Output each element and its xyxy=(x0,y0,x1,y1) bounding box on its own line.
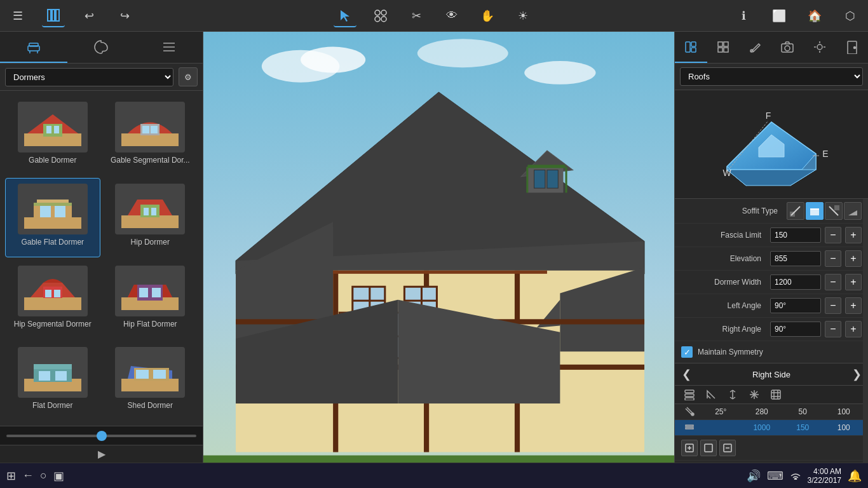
elevation-increase[interactable]: + xyxy=(845,250,862,267)
right-panel-tabs xyxy=(675,32,868,64)
settings-row-button[interactable] xyxy=(700,440,717,456)
row-angle: 25° xyxy=(702,407,740,416)
svg-rect-33 xyxy=(144,208,149,215)
svg-rect-0 xyxy=(48,10,51,21)
hand-icon[interactable]: ✋ xyxy=(476,4,499,27)
category-dropdown[interactable]: Dormers Roofs Walls Floors xyxy=(5,68,173,86)
shed-dormer-item[interactable]: Shed Dormer xyxy=(103,341,198,421)
hip-dormer-thumb xyxy=(115,184,185,234)
speaker-icon[interactable]: 🔊 xyxy=(747,469,761,483)
screen-icon[interactable]: ⬜ xyxy=(768,4,790,27)
camera-properties-tab[interactable] xyxy=(771,32,804,63)
paint-properties-tab[interactable] xyxy=(739,32,771,63)
fascia-limit-input[interactable] xyxy=(770,227,821,243)
redo-icon[interactable]: ↪ xyxy=(113,4,136,27)
soffit-flat-button[interactable] xyxy=(806,202,824,220)
viewport-canvas[interactable] xyxy=(203,32,674,463)
flat-dormer-item[interactable]: Flat Dormer xyxy=(5,341,100,421)
dormer-width-decrease[interactable]: − xyxy=(825,274,841,290)
cut-icon[interactable]: ✂ xyxy=(405,4,428,27)
soffit-eave-button[interactable] xyxy=(844,202,862,220)
elevation-decrease[interactable]: − xyxy=(825,250,841,267)
settings-button[interactable]: ⚙ xyxy=(179,67,198,86)
svg-rect-19 xyxy=(54,126,59,133)
zoom-slider-track[interactable] xyxy=(6,435,196,437)
left-dropdown-bar: Dormers Roofs Walls Floors ⚙ xyxy=(0,64,203,91)
soffit-diagonal2-button[interactable] xyxy=(825,202,843,220)
pointer-icon[interactable] xyxy=(334,4,356,27)
row-v2: 50 xyxy=(783,407,822,416)
dormer-width-row: Dormer Width − + xyxy=(675,271,868,294)
svg-rect-34 xyxy=(151,208,156,215)
left-panel-tabs xyxy=(0,32,203,64)
network-icon[interactable] xyxy=(790,468,801,483)
zoom-slider-thumb[interactable] xyxy=(97,431,107,441)
gable-flat-dormer-item[interactable]: Gable Flat Dormer xyxy=(5,178,100,257)
height-col-header xyxy=(723,389,742,400)
fascia-limit-decrease[interactable]: − xyxy=(825,227,841,243)
right-angle-input[interactable] xyxy=(770,322,821,337)
sun-icon[interactable]: ☀ xyxy=(512,4,534,27)
table-row-selected[interactable]: 1000 150 100 xyxy=(675,420,868,436)
notification-icon[interactable]: 🔔 xyxy=(848,469,862,483)
prev-side-button[interactable]: ❮ xyxy=(675,363,698,386)
dormer-width-input[interactable] xyxy=(770,274,821,290)
delete-row-button[interactable] xyxy=(719,440,736,456)
gable-segmental-dormer-item[interactable]: Gable Segmental Dor... xyxy=(103,96,198,175)
table-row[interactable]: 25° 280 50 100 xyxy=(675,404,868,420)
eye-icon[interactable]: 👁 xyxy=(440,4,463,27)
library-icon[interactable] xyxy=(42,4,65,27)
hip-flat-dormer-label: Hip Flat Dormer xyxy=(123,320,177,329)
dormer-width-increase[interactable]: + xyxy=(845,274,862,290)
hamburger-menu-icon[interactable]: ☰ xyxy=(6,4,29,27)
right-category-dropdown[interactable]: Roofs Walls Floors Ceilings xyxy=(680,67,863,86)
cube-icon[interactable]: ⬡ xyxy=(839,4,862,27)
row-selected-icon xyxy=(680,423,699,433)
group-icon[interactable] xyxy=(369,4,392,27)
left-angle-decrease[interactable]: − xyxy=(825,297,841,314)
home-button[interactable]: ○ xyxy=(40,469,47,482)
undo-icon[interactable]: ↩ xyxy=(78,4,100,27)
furniture-tab[interactable] xyxy=(0,32,67,63)
svg-rect-2 xyxy=(56,10,59,21)
svg-rect-97 xyxy=(691,48,696,52)
elevation-input[interactable] xyxy=(770,251,821,266)
svg-rect-124 xyxy=(834,205,839,210)
svg-rect-146 xyxy=(686,428,693,429)
start-button[interactable]: ⊞ xyxy=(6,469,16,483)
elevation-label: Elevation xyxy=(681,254,766,263)
expand-arrow[interactable]: ▶ xyxy=(98,448,105,460)
settings-col-header xyxy=(766,389,785,400)
svg-point-105 xyxy=(817,44,822,50)
right-angle-increase[interactable]: + xyxy=(845,321,862,337)
hip-flat-dormer-item[interactable]: Hip Flat Dormer xyxy=(103,260,198,339)
soffit-diagonal1-button[interactable] xyxy=(787,202,804,220)
hip-dormer-item[interactable]: Hip Dormer xyxy=(103,178,198,257)
list-tab[interactable] xyxy=(135,32,203,63)
left-angle-input[interactable] xyxy=(770,298,821,313)
keyboard-icon[interactable]: ⌨ xyxy=(767,469,783,483)
back-button[interactable]: ← xyxy=(22,469,34,482)
left-angle-increase[interactable]: + xyxy=(845,297,862,314)
light-properties-tab[interactable] xyxy=(804,32,836,63)
svg-marker-46 xyxy=(163,285,172,297)
svg-rect-9 xyxy=(29,43,38,46)
svg-rect-96 xyxy=(691,42,696,46)
build-properties-tab[interactable] xyxy=(707,32,740,63)
right-angle-decrease[interactable]: − xyxy=(825,321,841,337)
gable-dormer-item[interactable]: Gable Dormer xyxy=(5,96,100,175)
taskbar-time: 4:00 AM 3/22/2017 xyxy=(808,467,841,485)
door-properties-tab[interactable] xyxy=(836,32,868,63)
svg-point-61 xyxy=(524,61,595,85)
hip-segmental-dormer-item[interactable]: Hip Segmental Dormer xyxy=(5,260,100,339)
add-row-button[interactable] xyxy=(681,440,698,456)
select-properties-tab[interactable] xyxy=(675,32,707,63)
palette-tab[interactable] xyxy=(67,32,135,63)
svg-rect-18 xyxy=(46,126,51,133)
fascia-limit-increase[interactable]: + xyxy=(845,227,862,243)
maintain-symmetry-checkbox[interactable]: ✓ xyxy=(681,346,693,358)
overview-button[interactable]: ▣ xyxy=(53,469,64,483)
info-icon[interactable]: ℹ xyxy=(732,4,755,27)
side-navigation-row: ❮ Right Side ❯ xyxy=(675,363,868,386)
house-icon[interactable]: 🏠 xyxy=(803,4,826,27)
